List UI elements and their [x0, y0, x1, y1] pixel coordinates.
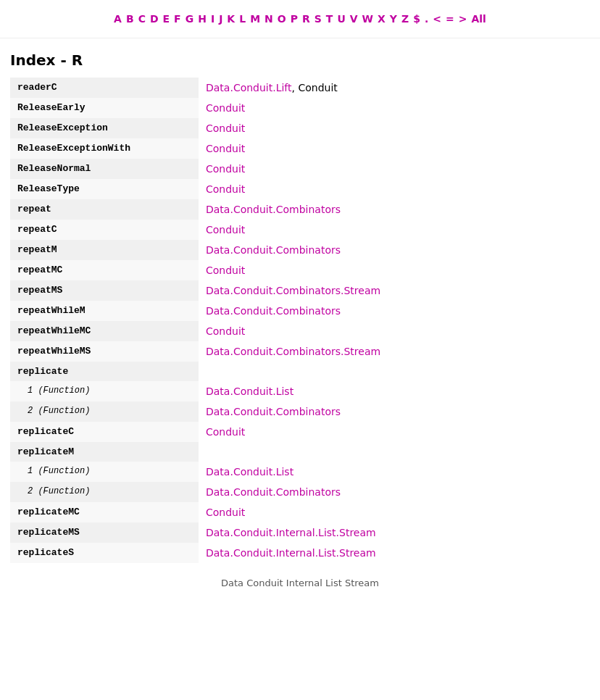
table-row: 2 (Function)Data.Conduit.Combinators: [10, 482, 590, 502]
module-link[interactable]: Data.Conduit.Lift: [206, 82, 292, 93]
term-cell: ReleaseException: [10, 118, 199, 138]
alpha-nav-letter[interactable]: N: [264, 13, 273, 25]
term-cell: 2 (Function): [10, 482, 199, 502]
alpha-nav-letter[interactable]: $: [413, 13, 420, 25]
module-link[interactable]: Conduit: [206, 143, 245, 154]
module-link[interactable]: Conduit: [206, 163, 245, 175]
term-cell: repeat: [10, 199, 199, 220]
term-cell: repeatWhileMC: [10, 321, 199, 341]
alpha-nav-letter[interactable]: P: [291, 13, 298, 25]
link-cell: Conduit: [199, 321, 590, 341]
alpha-nav-letter[interactable]: .: [425, 13, 428, 25]
alpha-nav-letter[interactable]: K: [227, 13, 235, 25]
term-cell: readerC: [10, 78, 199, 98]
link-cell: Data.Conduit.Combinators.Stream: [199, 280, 590, 301]
alpha-nav-letter[interactable]: M: [250, 13, 260, 25]
term-cell: 1 (Function): [10, 381, 199, 401]
alpha-nav-letter[interactable]: V: [350, 13, 358, 25]
link-cell: Data.Conduit.Combinators: [199, 482, 590, 502]
module-link[interactable]: Conduit: [206, 507, 245, 518]
alpha-nav-letter[interactable]: J: [219, 13, 222, 25]
alpha-nav-letter[interactable]: A: [114, 13, 122, 25]
alpha-nav-letter[interactable]: D: [150, 13, 159, 25]
module-link[interactable]: Data.Conduit.Internal.List.Stream: [206, 527, 376, 538]
alpha-nav-letter[interactable]: B: [126, 13, 134, 25]
alpha-nav-letter[interactable]: O: [278, 13, 286, 25]
alpha-nav-letter[interactable]: R: [302, 13, 310, 25]
module-link[interactable]: Data.Conduit.Combinators: [206, 204, 341, 215]
module-link[interactable]: Data.Conduit.Internal.List.Stream: [206, 547, 376, 559]
link-cell: Conduit: [199, 159, 590, 179]
alpha-nav-letter[interactable]: H: [198, 13, 207, 25]
table-row: ReleaseExceptionConduit: [10, 118, 590, 138]
module-link[interactable]: Data.Conduit.Combinators: [206, 305, 341, 317]
module-link[interactable]: Data.Conduit.Combinators.Stream: [206, 346, 380, 357]
module-link[interactable]: Data.Conduit.Combinators: [206, 486, 341, 498]
module-link[interactable]: Conduit: [206, 325, 245, 337]
term-cell: replicateC: [10, 422, 199, 442]
link-cell: Conduit: [199, 260, 590, 280]
table-row: repeatWhileMSData.Conduit.Combinators.St…: [10, 341, 590, 362]
module-link[interactable]: Conduit: [206, 224, 245, 236]
module-link[interactable]: Conduit: [206, 264, 245, 276]
alpha-nav-letter[interactable]: S: [314, 13, 322, 25]
link-cell: Conduit: [199, 502, 590, 522]
alpha-nav-letter[interactable]: =: [446, 13, 454, 25]
alpha-nav: ABCDEFGHIJKLMNOPRSTUVWXYZ$.<=>All: [0, 0, 600, 38]
table-row: repeatMCConduit: [10, 260, 590, 280]
table-row: repeatMSData.Conduit.Combinators.Stream: [10, 280, 590, 301]
alpha-nav-letter[interactable]: F: [174, 13, 181, 25]
alpha-nav-letter[interactable]: L: [239, 13, 246, 25]
alpha-nav-letter[interactable]: Y: [390, 13, 397, 25]
alpha-nav-letter[interactable]: <: [433, 13, 441, 25]
module-link[interactable]: Conduit: [206, 102, 245, 114]
alpha-nav-letter[interactable]: I: [211, 13, 214, 25]
table-row: replicateM: [10, 442, 590, 462]
table-row: repeatCConduit: [10, 220, 590, 240]
table-row: ReleaseExceptionWithConduit: [10, 138, 590, 159]
table-row: repeatWhileMData.Conduit.Combinators: [10, 301, 590, 321]
link-cell: Data.Conduit.Internal.List.Stream: [199, 543, 590, 563]
table-row: 1 (Function)Data.Conduit.List: [10, 381, 590, 401]
alpha-nav-letter[interactable]: U: [337, 13, 345, 25]
table-row: readerCData.Conduit.Lift, Conduit: [10, 78, 590, 98]
table-row: 1 (Function)Data.Conduit.List: [10, 462, 590, 482]
alpha-nav-letter[interactable]: T: [326, 13, 333, 25]
module-link[interactable]: Conduit: [206, 183, 245, 195]
alpha-nav-letter[interactable]: W: [362, 13, 373, 25]
module-link[interactable]: Data.Conduit.List: [206, 386, 293, 397]
link-cell: Data.Conduit.Lift, Conduit: [199, 78, 590, 98]
term-cell: ReleaseType: [10, 179, 199, 199]
module-link[interactable]: Conduit: [206, 122, 245, 134]
link-cell: Data.Conduit.Combinators: [199, 240, 590, 260]
alpha-nav-letter[interactable]: X: [378, 13, 386, 25]
module-link[interactable]: Data.Conduit.Combinators: [206, 244, 341, 256]
table-row: repeatMData.Conduit.Combinators: [10, 240, 590, 260]
table-row: replicateCConduit: [10, 422, 590, 442]
table-row: repeatData.Conduit.Combinators: [10, 199, 590, 220]
alpha-nav-letter[interactable]: All: [471, 13, 486, 25]
table-row: ReleaseTypeConduit: [10, 179, 590, 199]
alpha-nav-letter[interactable]: >: [459, 13, 467, 25]
alpha-nav-letter[interactable]: E: [163, 13, 170, 25]
link-cell: Data.Conduit.List: [199, 381, 590, 401]
module-link[interactable]: Conduit: [206, 426, 245, 438]
term-cell: replicate: [10, 362, 199, 381]
link-cell: Conduit: [199, 118, 590, 138]
alpha-nav-letter[interactable]: Z: [401, 13, 409, 25]
table-row: replicateMCConduit: [10, 502, 590, 522]
link-cell: Conduit: [199, 98, 590, 118]
term-cell: replicateM: [10, 442, 199, 462]
link-cell: Conduit: [199, 138, 590, 159]
index-table: readerCData.Conduit.Lift, ConduitRelease…: [10, 78, 590, 563]
module-link[interactable]: Data.Conduit.List: [206, 466, 293, 478]
link-cell: Data.Conduit.List: [199, 462, 590, 482]
link-cell: Data.Conduit.Combinators.Stream: [199, 341, 590, 362]
alpha-nav-letter[interactable]: C: [138, 13, 146, 25]
term-cell: replicateMS: [10, 522, 199, 543]
module-link[interactable]: Data.Conduit.Combinators: [206, 406, 341, 417]
module-link[interactable]: Data.Conduit.Combinators.Stream: [206, 285, 380, 296]
term-cell: ReleaseExceptionWith: [10, 138, 199, 159]
link-cell: Conduit: [199, 179, 590, 199]
alpha-nav-letter[interactable]: G: [186, 13, 194, 25]
